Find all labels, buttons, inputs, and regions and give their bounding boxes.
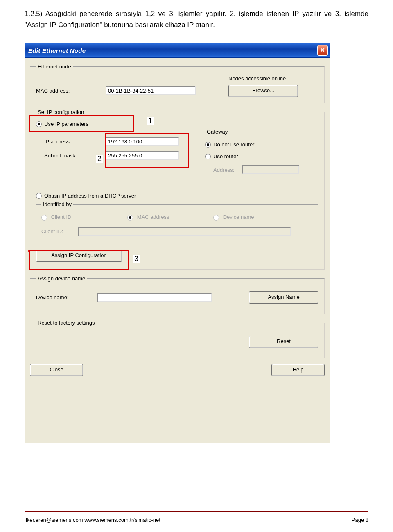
- help-button[interactable]: Help: [271, 364, 325, 376]
- footer-right: Page 8: [352, 517, 368, 523]
- label-opt-mac: MAC address: [137, 214, 169, 220]
- dialog-window: Edit Ethernet Node ✕ Ethernet node MAC a…: [25, 43, 330, 443]
- group-set-ip: Set IP configuration Use IP parameters I…: [30, 109, 325, 270]
- group-ethernet-node: Ethernet node MAC address: Nodes accessi…: [30, 64, 325, 103]
- label-mac-address: MAC address:: [36, 88, 106, 94]
- highlight-marker-icon: +: [27, 248, 30, 254]
- client-id-input: [78, 227, 291, 236]
- radio-client-id: [41, 215, 47, 221]
- assign-ip-configuration-button[interactable]: Assign IP Configuration: [36, 250, 122, 262]
- radio-do-not-use-router[interactable]: [205, 142, 211, 148]
- browse-button[interactable]: Browse...: [228, 85, 298, 97]
- radio-dhcp[interactable]: [36, 193, 42, 199]
- label-router-address: Address:: [205, 167, 242, 173]
- label-client-id: Client ID:: [41, 228, 78, 234]
- callout-3: 3: [133, 255, 140, 263]
- label-dhcp: Obtain IP address from a DHCP server: [44, 193, 136, 199]
- label-ip-address: IP address:: [44, 139, 106, 145]
- radio-device-name-opt: [213, 215, 219, 221]
- label-opt-client-id: Client ID: [51, 214, 72, 220]
- window-title: Edit Ethernet Node: [28, 47, 86, 54]
- page-body-text: 1.2.5) Aşağıdaki pencerede sırasıyla 1,2…: [25, 8, 368, 30]
- close-icon[interactable]: ✕: [317, 45, 328, 56]
- label-do-not-use-router: Do not use router: [213, 141, 254, 148]
- legend-ethernet-node: Ethernet node: [36, 64, 73, 70]
- legend-set-ip: Set IP configuration: [36, 109, 86, 115]
- group-assign-device-name: Assign device name Device name: Assign N…: [30, 275, 325, 314]
- radio-use-ip-parameters[interactable]: [36, 121, 42, 127]
- callout-1: 1: [147, 117, 154, 125]
- subnet-mask-input[interactable]: [106, 151, 179, 160]
- footer: ilker.eren@siemens.com www.siemens.com.t…: [25, 517, 368, 523]
- router-address-input: [242, 165, 299, 174]
- mac-address-input[interactable]: [106, 86, 196, 95]
- group-reset: Reset to factory settings Reset: [30, 320, 325, 358]
- label-opt-device: Device name: [223, 214, 254, 220]
- reset-button[interactable]: Reset: [249, 336, 318, 348]
- legend-gateway: Gateway: [205, 129, 229, 135]
- callout-2: 2: [96, 155, 103, 163]
- group-identified-by: Identified by Client ID MAC address Devi…: [36, 201, 318, 243]
- assign-name-button[interactable]: Assign Name: [249, 291, 318, 304]
- radio-mac-address-opt: [127, 215, 133, 221]
- device-name-input[interactable]: [97, 293, 212, 302]
- dialog-client-area: Ethernet node MAC address: Nodes accessi…: [25, 58, 330, 381]
- radio-use-router[interactable]: [205, 154, 211, 159]
- footer-left: ilker.eren@siemens.com www.siemens.com.t…: [25, 517, 160, 523]
- label-use-ip-parameters: Use IP parameters: [44, 121, 88, 127]
- footer-divider: [25, 511, 368, 512]
- legend-reset: Reset to factory settings: [36, 320, 96, 326]
- titlebar[interactable]: Edit Ethernet Node ✕: [25, 43, 330, 58]
- label-nodes-online: Nodes accessible online: [228, 75, 318, 82]
- close-button[interactable]: Close: [30, 364, 83, 376]
- ip-address-input[interactable]: [106, 137, 179, 146]
- legend-assign-device-name: Assign device name: [36, 275, 87, 282]
- legend-identified-by: Identified by: [41, 201, 73, 207]
- label-use-router: Use router: [213, 153, 238, 159]
- group-gateway: Gateway Do not use router Use router Add…: [200, 129, 318, 181]
- label-device-name: Device name:: [36, 294, 97, 300]
